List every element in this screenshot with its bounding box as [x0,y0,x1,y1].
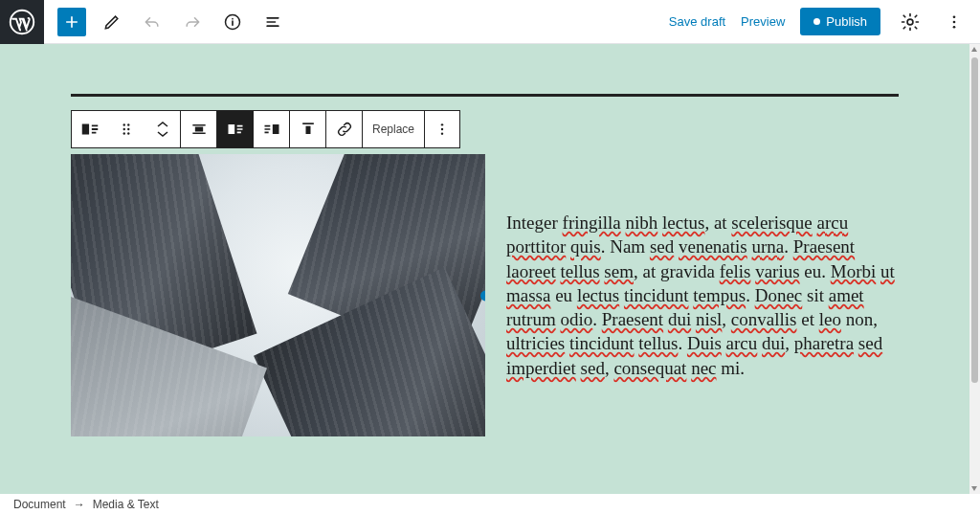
top-left-tools [57,8,287,36]
separator-block[interactable] [71,94,899,97]
wordpress-logo[interactable] [0,0,44,44]
plus-icon [63,13,80,31]
media-left-button[interactable] [217,111,254,147]
breadcrumb-root[interactable]: Document [13,498,66,511]
svg-point-3 [953,15,956,18]
change-alignment-button[interactable] [181,111,217,147]
svg-point-4 [953,20,956,23]
breadcrumb-current[interactable]: Media & Text [93,498,159,511]
drag-icon [118,121,135,138]
svg-rect-13 [194,127,202,132]
svg-rect-16 [305,126,310,134]
kebab-icon [434,122,450,137]
publish-button[interactable]: Publish [800,8,880,35]
svg-point-9 [123,128,125,130]
preview-button[interactable]: Preview [741,14,785,29]
block-type-button[interactable] [72,111,108,147]
gear-icon [900,11,921,33]
media-right-button[interactable] [254,111,290,147]
block-breadcrumb: Document → Media & Text [13,498,159,511]
top-right-tools: Save draft Preview Publish [669,8,980,36]
chevron-up-icon [157,121,168,128]
block-more-button[interactable] [425,111,459,147]
link-icon [335,120,354,139]
replace-button[interactable]: Replace [363,111,425,147]
text-area[interactable]: Integer fringilla nibh lectus, at sceler… [485,154,899,436]
paragraph-block[interactable]: Integer fringilla nibh lectus, at sceler… [506,211,899,380]
list-icon [263,12,282,32]
media-right-icon [262,120,281,139]
svg-point-7 [123,123,125,125]
svg-point-18 [441,128,443,130]
block-mover[interactable] [145,111,181,147]
wordpress-icon [9,9,35,35]
undo-icon [143,12,162,32]
more-button[interactable] [940,8,969,36]
editor-canvas: Replace Integer fringilla nibh lectus, a… [0,44,969,494]
redo-icon [183,12,202,32]
breadcrumb-separator-icon: → [74,498,85,511]
drag-handle[interactable] [108,111,145,147]
svg-rect-14 [229,124,235,134]
publish-label: Publish [826,14,867,29]
resize-handle[interactable] [480,290,485,301]
pencil-icon [102,12,122,32]
undo-button[interactable] [138,8,167,36]
svg-rect-6 [82,124,89,135]
media-text-icon [79,119,100,140]
save-draft-button[interactable]: Save draft [669,14,725,29]
info-icon [223,12,242,32]
align-icon [189,120,209,139]
svg-point-0 [11,10,34,34]
redo-button[interactable] [178,8,207,36]
svg-rect-15 [272,124,278,134]
info-button[interactable] [218,8,247,36]
vertical-align-button[interactable] [290,111,326,147]
settings-button[interactable] [896,8,924,36]
media-text-block[interactable]: Integer fringilla nibh lectus, at sceler… [71,154,899,436]
status-dot-icon [813,18,820,25]
chevron-down-icon [157,130,168,138]
svg-point-11 [123,132,125,134]
svg-point-5 [953,25,956,28]
svg-point-12 [127,132,129,134]
block-toolbar: Replace [71,110,460,148]
link-button[interactable] [326,111,363,147]
kebab-icon [946,13,963,31]
svg-point-10 [127,128,129,130]
media-left-icon [226,120,245,139]
svg-point-8 [127,123,129,125]
valign-top-icon [299,120,318,139]
vertical-scrollbar[interactable] [969,44,980,494]
post-content: Replace Integer fringilla nibh lectus, a… [71,44,899,436]
scrollbar-thumb[interactable] [971,57,978,383]
svg-point-19 [441,132,443,134]
svg-point-2 [907,19,913,25]
outline-button[interactable] [258,8,287,36]
svg-point-17 [441,123,443,125]
editor-top-bar: Save draft Preview Publish [0,0,980,44]
media-area[interactable] [71,154,485,436]
edit-mode-button[interactable] [98,8,126,36]
add-block-button[interactable] [57,8,86,36]
